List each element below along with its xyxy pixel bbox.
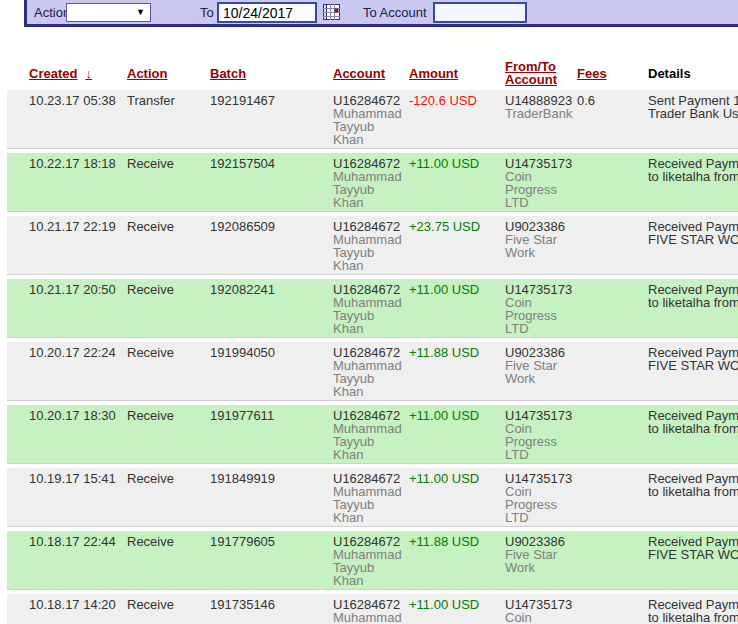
cell-fromto: U14735173Coin Progress LTD bbox=[505, 598, 577, 624]
cell-batch: 192086509 bbox=[210, 220, 333, 272]
cell-fees bbox=[577, 157, 648, 209]
cell-fromto: U14735173Coin Progress LTD bbox=[505, 472, 577, 524]
cell-amount: +11.00 USD bbox=[409, 409, 505, 461]
cell-details: Sent Payment 12Trader Bank Use bbox=[648, 94, 738, 146]
cell-account: U16284672Muhammad Tayyub Khan bbox=[333, 409, 409, 461]
cell-fromto: U9023386Five Star Work bbox=[505, 535, 577, 587]
cell-details: Received PaymeFIVE STAR WOR bbox=[648, 220, 738, 272]
table-row: 10.19.17 15:41 Receive 191849919 U162846… bbox=[7, 468, 738, 527]
cell-fees bbox=[577, 535, 648, 587]
column-header-batch[interactable]: Batch bbox=[210, 66, 246, 81]
column-header-amount[interactable]: Amount bbox=[409, 66, 458, 81]
cell-created: 10.22.17 18:18 bbox=[29, 157, 127, 209]
cell-amount: +11.00 USD bbox=[409, 283, 505, 335]
cell-created: 10.23.17 05:38 bbox=[29, 94, 127, 146]
table-row: 10.20.17 18:30 Receive 191977611 U162846… bbox=[7, 405, 738, 464]
table-row: 10.18.17 14:20 Receive 191735146 U162846… bbox=[7, 594, 738, 624]
cell-fromto: U9023386Five Star Work bbox=[505, 346, 577, 398]
to-account-input[interactable] bbox=[433, 2, 527, 23]
cell-action: Transfer bbox=[127, 94, 210, 146]
sort-descending-icon: ↓ bbox=[85, 66, 92, 81]
cell-fees bbox=[577, 409, 648, 461]
cell-fromto: U9023386Five Star Work bbox=[505, 220, 577, 272]
cell-fees bbox=[577, 346, 648, 398]
cell-batch: 191779605 bbox=[210, 535, 333, 587]
action-select[interactable]: ▼ bbox=[66, 3, 151, 22]
cell-action: Receive bbox=[127, 220, 210, 272]
to-date-input[interactable] bbox=[217, 2, 317, 23]
cell-created: 10.21.17 20:50 bbox=[29, 283, 127, 335]
table-row: 10.23.17 05:38 Transfer 192191467 U16284… bbox=[7, 90, 738, 149]
cell-action: Receive bbox=[127, 409, 210, 461]
cell-action: Receive bbox=[127, 157, 210, 209]
cell-account: U16284672Muhammad Tayyub Khan bbox=[333, 535, 409, 587]
cell-created: 10.20.17 22:24 bbox=[29, 346, 127, 398]
table-header-row: Created↓ Action Batch Account Amount Fro… bbox=[7, 58, 738, 88]
cell-account: U16284672Muhammad Tayyub Khan bbox=[333, 220, 409, 272]
cell-created: 10.18.17 22:44 bbox=[29, 535, 127, 587]
column-header-fees[interactable]: Fees bbox=[577, 66, 607, 81]
cell-batch: 192082241 bbox=[210, 283, 333, 335]
table-row: 10.22.17 18:18 Receive 192157504 U162846… bbox=[7, 153, 738, 212]
cell-action: Receive bbox=[127, 598, 210, 624]
transactions-table: Created↓ Action Batch Account Amount Fro… bbox=[7, 58, 738, 624]
cell-created: 10.19.17 15:41 bbox=[29, 472, 127, 524]
cell-details: Received Paymeto liketalha from bbox=[648, 157, 738, 209]
cell-fromto: U14735173Coin Progress LTD bbox=[505, 157, 577, 209]
cell-details: Received PaymeFIVE STAR WOR bbox=[648, 346, 738, 398]
filter-bar: Action ▼ To To Account bbox=[24, 0, 738, 27]
table-row: 10.21.17 20:50 Receive 192082241 U162846… bbox=[7, 279, 738, 338]
cell-amount: +23.75 USD bbox=[409, 220, 505, 272]
cell-fromto: U14735173Coin Progress LTD bbox=[505, 283, 577, 335]
cell-amount: +11.00 USD bbox=[409, 472, 505, 524]
column-header-action[interactable]: Action bbox=[127, 66, 167, 81]
cell-details: Received Paymeto liketalha from bbox=[648, 598, 738, 624]
cell-batch: 191994050 bbox=[210, 346, 333, 398]
table-row: 10.18.17 22:44 Receive 191779605 U162846… bbox=[7, 531, 738, 590]
cell-created: 10.18.17 14:20 bbox=[29, 598, 127, 624]
to-date-label: To bbox=[200, 5, 214, 20]
cell-batch: 191849919 bbox=[210, 472, 333, 524]
action-label: Action bbox=[34, 5, 70, 20]
cell-action: Receive bbox=[127, 472, 210, 524]
calendar-icon[interactable] bbox=[323, 4, 340, 20]
cell-details: Received Paymeto liketalha from bbox=[648, 472, 738, 524]
cell-amount: +11.00 USD bbox=[409, 157, 505, 209]
cell-batch: 192191467 bbox=[210, 94, 333, 146]
cell-fees bbox=[577, 472, 648, 524]
cell-fees bbox=[577, 220, 648, 272]
cell-amount: -120.6 USD bbox=[409, 94, 505, 146]
cell-details: Received Paymeto liketalha from bbox=[648, 283, 738, 335]
cell-fees bbox=[577, 283, 648, 335]
cell-details: Received PaymeFIVE STAR WOR bbox=[648, 535, 738, 587]
to-account-label: To Account bbox=[363, 5, 427, 20]
cell-account: U16284672Muhammad Tayyub Khan bbox=[333, 283, 409, 335]
cell-details: Received Paymeto liketalha from bbox=[648, 409, 738, 461]
chevron-down-icon: ▼ bbox=[136, 7, 145, 17]
cell-action: Receive bbox=[127, 535, 210, 587]
cell-fromto: U14888923TraderBank bbox=[505, 94, 577, 146]
cell-fees: 0.6 bbox=[577, 94, 648, 146]
transaction-history-screen: Action ▼ To To Account Created↓ Action B… bbox=[0, 0, 738, 624]
cell-action: Receive bbox=[127, 346, 210, 398]
cell-account: U16284672Muhammad Tayyub Khan bbox=[333, 472, 409, 524]
table-row: 10.21.17 22:19 Receive 192086509 U162846… bbox=[7, 216, 738, 275]
column-header-fromto[interactable]: From/To Account bbox=[505, 59, 557, 87]
column-header-details: Details bbox=[648, 67, 738, 80]
column-header-created[interactable]: Created↓ bbox=[29, 66, 92, 81]
cell-amount: +11.00 USD bbox=[409, 598, 505, 624]
cell-batch: 192157504 bbox=[210, 157, 333, 209]
cell-account: U16284672Muhammad Tayyub Khan bbox=[333, 157, 409, 209]
cell-account: U16284672Muhammad Tayyub Khan bbox=[333, 94, 409, 146]
cell-account: U16284672Muhammad Tayyub Khan bbox=[333, 346, 409, 398]
cell-batch: 191977611 bbox=[210, 409, 333, 461]
cell-action: Receive bbox=[127, 283, 210, 335]
cell-fees bbox=[577, 598, 648, 624]
table-row: 10.20.17 22:24 Receive 191994050 U162846… bbox=[7, 342, 738, 401]
cell-batch: 191735146 bbox=[210, 598, 333, 624]
cell-fromto: U14735173Coin Progress LTD bbox=[505, 409, 577, 461]
cell-amount: +11.88 USD bbox=[409, 346, 505, 398]
cell-account: U16284672Muhammad Tayyub Khan bbox=[333, 598, 409, 624]
column-header-account[interactable]: Account bbox=[333, 66, 385, 81]
cell-created: 10.20.17 18:30 bbox=[29, 409, 127, 461]
